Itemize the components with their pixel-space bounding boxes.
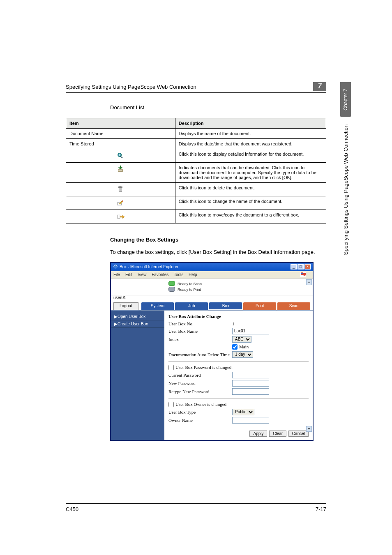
checkbox-main[interactable] xyxy=(232,344,238,350)
row-detail-icon-cell xyxy=(66,149,175,163)
input-owner-name[interactable] xyxy=(232,417,269,424)
form-heading: User Box Attribute Change xyxy=(168,314,309,319)
sidebar: ▶Open User Box ▶Create User Box xyxy=(111,311,164,440)
row-document-name: Document Name xyxy=(66,129,175,139)
value-box-no: 1 xyxy=(232,321,235,326)
svg-point-1 xyxy=(119,154,120,156)
chapter-side-text: Specifying Settings Using PageScope Web … xyxy=(343,124,349,255)
menu-edit[interactable]: Edit xyxy=(125,272,132,277)
input-current-password[interactable] xyxy=(232,372,269,378)
label-owner-name: Owner Name xyxy=(168,418,232,423)
menu-favorites[interactable]: Favorites xyxy=(152,272,168,277)
user-row: user01 xyxy=(111,295,313,302)
sidebar-open-user-box[interactable]: ▶Open User Box xyxy=(111,313,164,320)
input-box-name[interactable] xyxy=(232,328,269,334)
printer-status-icon xyxy=(168,287,175,292)
label-main: Main xyxy=(239,344,249,349)
label-owner-changed: User Box Owner is changed. xyxy=(175,402,228,407)
svg-rect-3 xyxy=(118,170,123,172)
window-title: Box - Microsoft Internet Explorer xyxy=(120,265,290,269)
tab-scan[interactable]: Scan xyxy=(277,302,310,310)
scroll-down-button[interactable]: ▾ xyxy=(306,426,312,432)
row-move-desc: Click this icon to move/copy the documen… xyxy=(175,210,326,223)
label-current-password: Current Password xyxy=(168,373,232,378)
changing-box-settings-heading: Changing the Box Settings xyxy=(110,237,326,243)
col-item: Item xyxy=(66,118,175,129)
svg-rect-14 xyxy=(301,273,303,274)
label-new-password: New Password xyxy=(168,381,232,386)
row-rename-icon-cell xyxy=(66,196,175,210)
label-retype-password: Retype New Password xyxy=(168,389,232,394)
clear-button[interactable]: Clear xyxy=(269,431,286,437)
move-copy-icon xyxy=(116,212,125,221)
sidebar-create-user-box[interactable]: ▶Create User Box xyxy=(111,320,164,328)
footer-left: C450 xyxy=(66,506,78,512)
row-delete-icon-cell xyxy=(66,183,175,196)
ie-flag-icon xyxy=(300,272,306,278)
col-description: Description xyxy=(175,118,326,129)
menu-help[interactable]: Help xyxy=(189,272,197,277)
trash-icon xyxy=(116,185,125,193)
tab-box[interactable]: Box xyxy=(209,302,242,310)
tab-job[interactable]: Job xyxy=(175,302,208,310)
chapter-tab: Chapter 7 xyxy=(340,82,351,117)
window-titlebar: Box - Microsoft Internet Explorer _ □ × xyxy=(111,263,313,271)
label-box-type: User Box Type xyxy=(168,410,232,415)
menu-bar: File Edit View Favorites Tools Help xyxy=(111,271,313,279)
label-index: Index xyxy=(168,337,232,342)
ready-scan-text: Ready to Scan xyxy=(178,281,202,287)
row-rename-desc: Click this icon to change the name of th… xyxy=(175,196,326,210)
changing-box-settings-text: To change the box settings, click [User … xyxy=(110,249,326,256)
page-number-badge: 7 xyxy=(313,82,326,91)
footer-right: 7-17 xyxy=(316,506,326,512)
form-panel: User Box Attribute Change User Box No. 1… xyxy=(164,311,313,440)
label-auto-delete: Documentation Auto Delete Time xyxy=(168,352,232,357)
apply-button[interactable]: Apply xyxy=(249,431,267,437)
label-box-name: User Box Name xyxy=(168,329,232,334)
row-time-stored: Time Stored xyxy=(66,139,175,149)
page-header-title: Specifying Settings Using PageScope Web … xyxy=(66,84,313,90)
tab-system[interactable]: System xyxy=(141,302,174,310)
svg-rect-2 xyxy=(120,156,123,158)
ie-icon xyxy=(113,264,118,270)
select-box-type[interactable]: Public xyxy=(232,409,254,415)
checkbox-owner-changed[interactable] xyxy=(168,402,174,407)
cancel-button[interactable]: Cancel xyxy=(288,431,309,437)
screenshot-container: Box - Microsoft Internet Explorer _ □ × … xyxy=(110,262,314,441)
download-icon xyxy=(116,165,125,173)
row-download-desc: Indicates documents that can be download… xyxy=(175,163,326,183)
input-retype-password[interactable] xyxy=(232,388,269,395)
row-document-name-desc: Displays the name of the document. xyxy=(175,129,326,139)
input-new-password[interactable] xyxy=(232,380,269,387)
logout-button[interactable]: Logout xyxy=(113,302,138,310)
menu-tools[interactable]: Tools xyxy=(174,272,183,277)
menu-view[interactable]: View xyxy=(138,272,147,277)
maximize-button[interactable]: □ xyxy=(297,264,304,269)
tab-print[interactable]: Print xyxy=(243,302,276,310)
select-index[interactable]: ABC xyxy=(232,336,251,343)
magnifier-icon xyxy=(116,152,125,160)
scroll-up-button[interactable]: ▴ xyxy=(306,279,312,285)
close-button[interactable]: × xyxy=(304,264,311,269)
row-detail-desc: Click this icon to display detailed info… xyxy=(175,149,326,163)
select-auto-delete[interactable]: 1 day xyxy=(232,351,253,358)
document-list-table: Item Description Document Name Displays … xyxy=(66,118,326,223)
row-move-icon-cell xyxy=(66,210,175,223)
rename-icon xyxy=(116,199,125,207)
label-box-no: User Box No. xyxy=(168,321,232,326)
row-delete-desc: Click this icon to delete the document. xyxy=(175,183,326,196)
scanner-status-icon xyxy=(168,281,175,286)
row-time-stored-desc: Displays the date/time that the document… xyxy=(175,139,326,149)
svg-rect-11 xyxy=(118,215,120,218)
status-area: Ready to Scan Ready to Print ▴ xyxy=(111,279,313,295)
svg-rect-6 xyxy=(120,186,122,187)
label-password-changed: User Box Password is changed. xyxy=(175,365,233,370)
ready-print-text: Ready to Print xyxy=(178,287,202,292)
minimize-button[interactable]: _ xyxy=(291,264,297,269)
row-download-icon-cell xyxy=(66,163,175,183)
checkbox-password-changed[interactable] xyxy=(168,365,174,370)
document-list-heading: Document List xyxy=(110,104,326,111)
menu-file[interactable]: File xyxy=(113,272,120,277)
